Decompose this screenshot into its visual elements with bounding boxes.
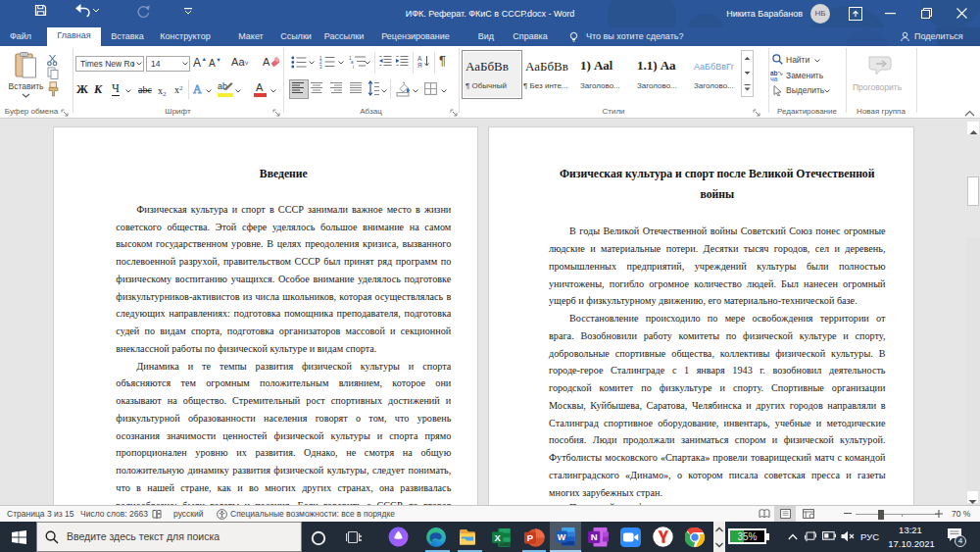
svg-text:W: W: [558, 532, 566, 542]
svg-text:X: X: [495, 532, 502, 543]
svg-text:N: N: [591, 531, 598, 542]
svg-text:Я: Я: [417, 62, 422, 69]
svg-text:3: 3: [319, 65, 322, 70]
svg-text:P: P: [527, 532, 534, 543]
svg-text:ча: ча: [770, 75, 778, 81]
svg-text:і: і: [353, 65, 354, 70]
svg-text:А: А: [417, 55, 422, 62]
